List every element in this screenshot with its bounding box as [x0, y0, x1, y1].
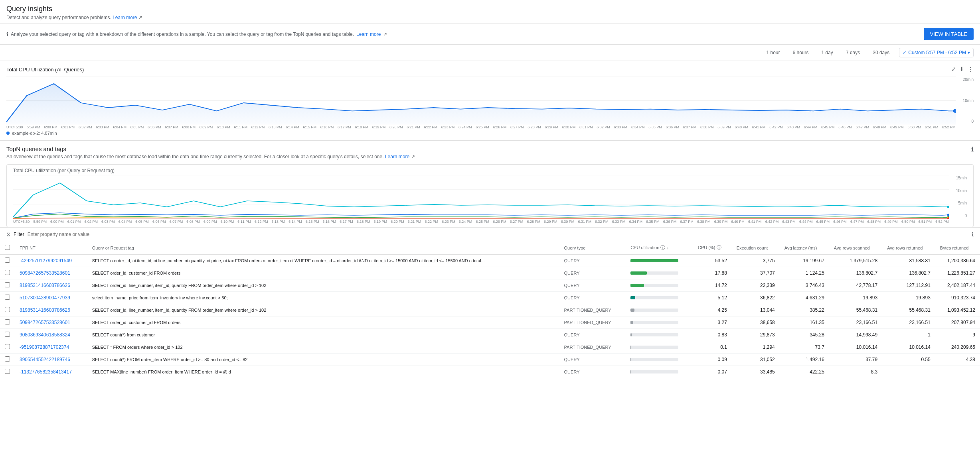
row-avg-rows-scanned-5: 23,166.51: [829, 316, 882, 329]
cpu-bar-bg-1: [630, 271, 678, 275]
row-avg-rows-returned-4: 55,468.31: [882, 304, 935, 316]
row-select-9[interactable]: [5, 369, 10, 374]
row-fprint-5: 5098472657533528601: [15, 316, 87, 329]
row-avg-rows-returned-7: 10,016.14: [882, 341, 935, 354]
row-cpu-bar-5: [626, 316, 693, 329]
fprint-link-9[interactable]: -1132776582358413417: [20, 369, 72, 375]
row-avg-rows-returned-5: 23,166.51: [882, 316, 935, 329]
row-select-5[interactable]: [5, 319, 10, 324]
row-avg-latency-3: 4,631.29: [780, 292, 829, 304]
topn-info-icon[interactable]: ℹ: [971, 145, 974, 153]
cpu-bar-bg-6: [630, 333, 678, 336]
row-cpu-pct-0: 53.52: [693, 255, 732, 267]
fprint-link-4[interactable]: 8198531416603786626: [20, 307, 70, 313]
cpu-bar-bg-9: [630, 370, 678, 373]
chart-download-icon[interactable]: ⬇: [959, 66, 964, 73]
row-query-0: SELECT o.order_id, oi.item_id, oi.line_n…: [87, 255, 559, 267]
row-exec-count-9: 33,485: [732, 366, 780, 378]
row-select-8[interactable]: [5, 356, 10, 362]
row-checkbox-1: [0, 267, 15, 279]
legend-dot: [6, 132, 10, 135]
select-all-checkbox[interactable]: [5, 245, 10, 250]
chart-menu-icon[interactable]: ⋮: [967, 66, 974, 73]
cpu-bar-fill-7: [630, 346, 631, 349]
row-cpu-pct-5: 3.27: [693, 316, 732, 329]
filter-input[interactable]: [28, 232, 968, 237]
row-select-6[interactable]: [5, 332, 10, 337]
row-checkbox-8: [0, 354, 15, 366]
view-in-table-button[interactable]: VIEW IN TABLE: [924, 28, 974, 40]
row-select-7[interactable]: [5, 344, 10, 349]
row-cpu-pct-9: 0.07: [693, 366, 732, 378]
row-exec-count-0: 3,775: [732, 255, 780, 267]
query-table-container: FPRINT Query or Request tag Query type C…: [0, 241, 980, 378]
info-icon-cpu-pct[interactable]: ⓘ: [717, 245, 721, 250]
row-avg-latency-9: 422.25: [780, 366, 829, 378]
row-cpu-bar-8: [626, 354, 693, 366]
filter-bar: ⧖ Filter ℹ: [0, 227, 980, 241]
row-select-3[interactable]: [5, 295, 10, 300]
time-btn-1hour[interactable]: 1 hour: [763, 48, 783, 57]
cpu-bar-bg-3: [630, 296, 678, 299]
col-header-checkbox: [0, 241, 15, 255]
row-checkbox-4: [0, 304, 15, 316]
time-btn-30days[interactable]: 30 days: [869, 48, 893, 57]
row-select-2[interactable]: [5, 282, 10, 287]
x-axis-labels-topn: UTC+5:30 5:59 PM 6:00 PM 6:01 PM 6:02 PM…: [13, 220, 949, 224]
row-avg-rows-scanned-2: 42,778.17: [829, 279, 882, 292]
row-avg-rows-returned-6: 1: [882, 329, 935, 341]
col-header-query-tag: Query or Request tag: [87, 241, 559, 255]
topn-chart-y-labels: 15min 10min 5min 0: [951, 175, 967, 219]
fprint-link-7[interactable]: -951908728871702374: [20, 344, 69, 350]
row-avg-rows-scanned-0: 1,379,515.28: [829, 255, 882, 267]
row-avg-latency-7: 73.7: [780, 341, 829, 354]
filter-info-icon[interactable]: ℹ: [972, 231, 974, 238]
fprint-link-8[interactable]: 3905544552422189746: [20, 357, 70, 362]
fprint-link-6[interactable]: 9080869340618588324: [20, 332, 70, 338]
row-avg-rows-scanned-8: 37.79: [829, 354, 882, 366]
row-query-4: SELECT order_id, line_number, item_id, q…: [87, 304, 559, 316]
learn-more-link-header[interactable]: Learn more: [113, 15, 137, 20]
row-select-4[interactable]: [5, 307, 10, 312]
row-query-type-6: QUERY: [559, 329, 626, 341]
row-exec-count-6: 29,873: [732, 329, 780, 341]
total-cpu-chart-section: Total CPU Utilization (All Queries) ⤢ ⬇ …: [0, 61, 980, 141]
row-query-type-8: QUERY: [559, 354, 626, 366]
row-cpu-bar-4: [626, 304, 693, 316]
fprint-link-5[interactable]: 5098472657533528601: [20, 320, 70, 325]
row-query-7: SELECT * FROM orders where order_id > 10…: [87, 341, 559, 354]
row-fprint-0: -4292570127992091549: [15, 255, 87, 267]
row-select-1[interactable]: [5, 270, 10, 275]
cpu-bar-fill-2: [630, 284, 644, 287]
row-checkbox-9: [0, 366, 15, 378]
row-bytes-returned-7: 240,209.65: [935, 341, 980, 354]
row-checkbox-7: [0, 341, 15, 354]
topn-chart-container: Total CPU utilization (per Query or Requ…: [6, 164, 974, 227]
topn-cpu-svg: [13, 175, 949, 219]
fprint-link-1[interactable]: 5098472657533528601: [20, 270, 70, 276]
info-icon-cpu-util[interactable]: ⓘ: [660, 245, 665, 250]
row-query-type-4: PARTITIONED_QUERY: [559, 304, 626, 316]
time-btn-6hours[interactable]: 6 hours: [789, 48, 812, 57]
row-fprint-3: 5107300428900477939: [15, 292, 87, 304]
sort-icon-cpu-util[interactable]: ↓: [666, 245, 669, 250]
table-header: FPRINT Query or Request tag Query type C…: [0, 241, 980, 255]
row-cpu-pct-7: 0.1: [693, 341, 732, 354]
cpu-bar-bg-7: [630, 346, 678, 349]
table-row: 8198531416603786626 SELECT order_id, lin…: [0, 279, 980, 292]
fprint-link-2[interactable]: 8198531416603786626: [20, 283, 70, 288]
page-subtitle: Detect and analyze query performance pro…: [6, 15, 974, 20]
time-btn-7days[interactable]: 7 days: [843, 48, 863, 57]
row-query-8: SELECT count(*) FROM order_item WHERE or…: [87, 354, 559, 366]
row-select-0[interactable]: [5, 257, 10, 263]
time-btn-1day[interactable]: 1 day: [818, 48, 836, 57]
fprint-link-3[interactable]: 5107300428900477939: [20, 295, 70, 301]
chart-expand-icon[interactable]: ⤢: [951, 66, 956, 73]
custom-range-picker[interactable]: ✓ Custom 5:57 PM - 6:52 PM ▾: [899, 48, 974, 57]
row-query-2: SELECT order_id, line_number, item_id, q…: [87, 279, 559, 292]
row-checkbox-2: [0, 279, 15, 292]
fprint-link-0[interactable]: -4292570127992091549: [20, 258, 72, 263]
learn-more-link-topn[interactable]: Learn more: [385, 154, 409, 159]
row-cpu-pct-2: 14.72: [693, 279, 732, 292]
learn-more-link-banner[interactable]: Learn more: [356, 31, 381, 37]
